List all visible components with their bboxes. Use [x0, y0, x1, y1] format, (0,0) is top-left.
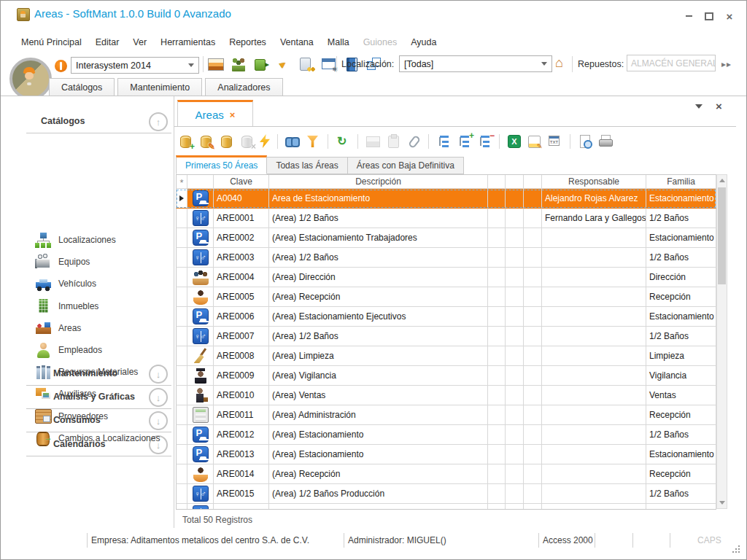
- table-row[interactable]: ARE0006(Area) Estacionamiento Ejecutivos…: [176, 307, 716, 327]
- collapse-section-icon[interactable]: ↑: [149, 112, 168, 131]
- table-row[interactable]: ARE0016(Area) 1/2 Baños Generales1/2 Bañ…: [176, 504, 716, 510]
- attention-icon[interactable]: [55, 60, 67, 72]
- statusbar-empresa: Empresa: Aditamentos metalicos del centr…: [91, 535, 309, 545]
- picture-icon[interactable]: [208, 57, 224, 71]
- grid-header-familia[interactable]: Familia: [646, 175, 716, 189]
- ribbon-tab-analizadores[interactable]: Analizadores: [205, 78, 282, 96]
- menu-item-malla[interactable]: Malla: [328, 37, 349, 47]
- grid-header-col1[interactable]: [187, 175, 214, 189]
- data-view-icon[interactable]: [219, 134, 233, 149]
- menu-item-ver[interactable]: Ver: [133, 37, 147, 47]
- scroll-down-icon[interactable]: [717, 497, 727, 508]
- table-row[interactable]: ARE0008(Area) LimpiezaLimpieza: [176, 346, 716, 366]
- table-row[interactable]: ARE0005(Area) RecepciónRecepción: [176, 287, 716, 307]
- expand-section-icon[interactable]: ↓: [149, 388, 168, 407]
- tree-expand-icon[interactable]: +: [457, 134, 471, 149]
- menu-item-editar[interactable]: Editar: [96, 37, 120, 47]
- minimize-button[interactable]: [684, 11, 694, 21]
- document-tab-areas[interactable]: Areas ×: [177, 100, 253, 127]
- tree-collapse-icon[interactable]: −: [477, 134, 492, 149]
- grid-header-clave[interactable]: Clave: [214, 175, 269, 189]
- scroll-up-icon[interactable]: [717, 175, 727, 186]
- close-panel-icon[interactable]: ×: [716, 100, 722, 112]
- sidebar-section-cat-logos[interactable]: Catálogos↑: [7, 110, 174, 133]
- maximize-button[interactable]: [704, 11, 714, 21]
- edit-record-icon[interactable]: ✎: [198, 134, 213, 149]
- table-row[interactable]: ARE0002(Area) Estacionamiento Trabajador…: [176, 228, 716, 248]
- collapse-panel-icon[interactable]: [695, 104, 703, 109]
- print-preview-icon[interactable]: [578, 134, 592, 149]
- calculator-coins-icon[interactable]: [298, 57, 314, 71]
- sidebar-item-cambios[interactable]: Cambios a Localizaciones: [35, 427, 160, 449]
- subtab-todas-las-reas[interactable]: Todas las Áreas: [267, 157, 347, 174]
- print-icon[interactable]: [598, 134, 613, 149]
- table-row[interactable]: ARE0010(Area) VentasVentas: [176, 386, 716, 405]
- sidebar-item-equipos[interactable]: Equipos: [35, 251, 90, 273]
- table-row[interactable]: ARE0007(Area) 1/2 Baños1/2 Baños: [176, 327, 716, 346]
- table-row[interactable]: ARE0014(Area) RecepciónRecepción: [176, 464, 716, 484]
- box-arrow-icon[interactable]: [253, 57, 269, 71]
- attachment-icon[interactable]: [406, 134, 421, 149]
- grid-header-col6[interactable]: [524, 175, 542, 189]
- search-binoculars-icon[interactable]: [285, 134, 300, 149]
- table-row[interactable]: ARE0003(Area) 1/2 Baños1/2 Baños: [176, 248, 716, 268]
- localizacion-select[interactable]: [Todas]: [399, 55, 552, 72]
- window-settings-icon[interactable]: [321, 57, 337, 71]
- document-tab-close-icon[interactable]: ×: [230, 109, 236, 120]
- table-row[interactable]: A0040Area de EstacionamientoAlejandro Ro…: [176, 189, 716, 209]
- table-row[interactable]: ARE0004(Area) DirecciónDirección: [176, 268, 716, 287]
- sidebar-item-localizaciones[interactable]: Localizaciones: [35, 229, 116, 251]
- menu-item-herramientas[interactable]: Herramientas: [160, 37, 215, 47]
- filter-funnel-icon[interactable]: [306, 134, 320, 149]
- company-select[interactable]: Interasystem 2014: [71, 57, 199, 74]
- table-row[interactable]: ARE0001(Area) 1/2 BañosFernando Lara y G…: [176, 209, 716, 228]
- grid-header--[interactable]: *: [176, 175, 187, 189]
- export-excel-icon[interactable]: [507, 134, 522, 149]
- people-group-icon[interactable]: [231, 57, 247, 71]
- table-row[interactable]: ARE0013(Area) EstacionamientoEstacionami…: [176, 445, 716, 464]
- sidebar-item-recursos[interactable]: Recursos Materiales: [35, 361, 138, 383]
- export-txt-icon[interactable]: [548, 134, 562, 149]
- sidebar-item-label: Proveedores: [58, 411, 108, 421]
- ribbon-tab-cat-logos[interactable]: Catálogos: [49, 78, 115, 96]
- repuestos-input[interactable]: ALMACÉN GENERAL: [627, 55, 716, 71]
- sidebar-item-proveedores[interactable]: Proveedores: [35, 405, 108, 427]
- menu-item-ayuda[interactable]: Ayuda: [411, 37, 436, 47]
- subtab--reas-con-baja-definitiva[interactable]: Áreas con Baja Definitiva: [348, 157, 464, 174]
- expand-section-icon[interactable]: ↓: [149, 365, 168, 384]
- lightning-icon[interactable]: [260, 134, 270, 149]
- sidebar-item-auxiliares[interactable]: Auxiliares: [35, 383, 96, 405]
- menu-item-reportes[interactable]: Reportes: [229, 37, 266, 47]
- grid-scrollbar[interactable]: [716, 174, 727, 509]
- table-row[interactable]: ARE0012(Area) Estacionamiento1/2 Baños: [176, 425, 716, 445]
- menu-item-guiones[interactable]: Guiones: [363, 37, 398, 47]
- edit-note-icon[interactable]: [527, 134, 542, 149]
- more-options-button[interactable]: ▸▸: [721, 59, 732, 69]
- table-row[interactable]: ARE0011(Area) AdministraciónRecepción: [176, 405, 716, 425]
- subtab-primeras-50-reas[interactable]: Primeras 50 Áreas: [176, 155, 267, 174]
- sidebar-item-inmuebles[interactable]: Inmuebles: [35, 295, 98, 317]
- home-icon[interactable]: ⌂: [555, 56, 563, 69]
- sidebar-item-areas[interactable]: Areas: [35, 317, 81, 339]
- grid-header-col4[interactable]: [488, 175, 506, 189]
- table-row[interactable]: ARE0009(Area) VigilanciaVigilancia: [176, 366, 716, 386]
- tree-list-icon[interactable]: [436, 134, 451, 149]
- pointer-icon[interactable]: [276, 57, 292, 71]
- sidebar-item-empleados[interactable]: Empleados: [35, 339, 102, 361]
- user-avatar[interactable]: [9, 58, 52, 100]
- grid-cell: (Area) Limpieza: [269, 346, 488, 366]
- refresh-icon[interactable]: [336, 134, 350, 149]
- add-record-icon[interactable]: +: [178, 134, 193, 149]
- menu-item-men-principal[interactable]: Menú Principal: [21, 37, 82, 47]
- scrollbar-thumb[interactable]: [718, 187, 726, 284]
- resize-grip[interactable]: [732, 545, 740, 553]
- grid-header-col5[interactable]: [506, 175, 524, 189]
- table-row[interactable]: ARE0015(Area) 1/2 Baños Producción1/2 Ba…: [176, 484, 716, 504]
- grid-header-responsable[interactable]: Responsable: [542, 175, 646, 189]
- sidebar-splitter[interactable]: [174, 96, 174, 528]
- menu-item-ventana[interactable]: Ventana: [280, 37, 314, 47]
- grid-header-descripci-n[interactable]: Descripción: [269, 175, 488, 189]
- ribbon-tab-mantenimiento[interactable]: Mantenimiento: [117, 78, 202, 96]
- close-button[interactable]: ×: [724, 11, 735, 21]
- sidebar-item-vehiculos[interactable]: Vehículos: [35, 273, 96, 295]
